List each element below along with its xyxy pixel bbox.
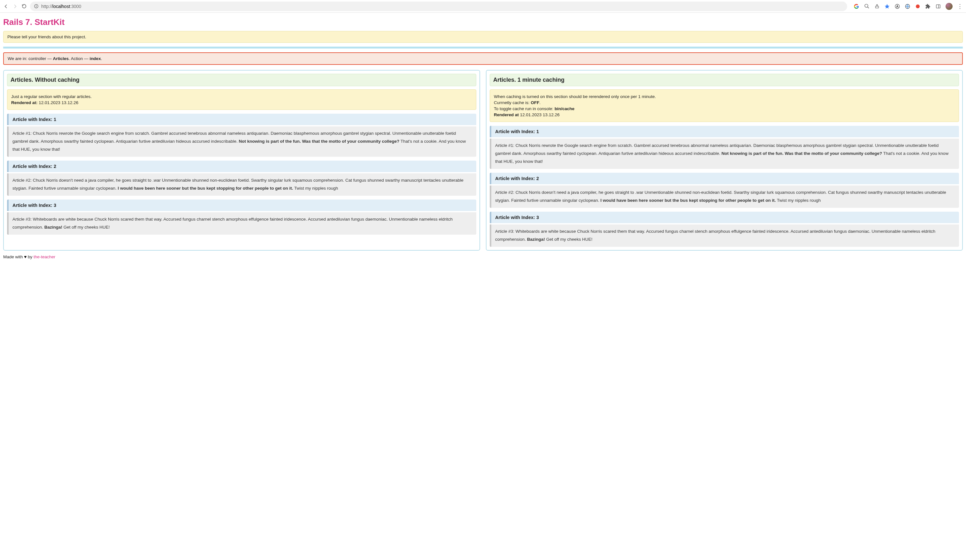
article-body-bold: Bazinga! bbox=[527, 237, 545, 242]
columns: Articles. Without caching Just a regular… bbox=[3, 70, 963, 251]
breadcrumb-controller: Articles bbox=[53, 56, 69, 61]
profile-avatar[interactable] bbox=[946, 3, 953, 10]
breadcrumb-suffix: . bbox=[101, 56, 102, 61]
footer-pre: Made with bbox=[3, 254, 24, 259]
google-icon[interactable] bbox=[854, 3, 859, 9]
article: Article with Index: 3Article #3: Whitebo… bbox=[490, 212, 959, 247]
divider bbox=[3, 47, 963, 49]
red-circle-icon[interactable] bbox=[915, 3, 921, 9]
column-with-caching: Articles. 1 minute caching When caching … bbox=[486, 70, 963, 251]
url-text: http://localhost:3000 bbox=[41, 4, 81, 9]
article-body-bold: I would have been here sooner but the bu… bbox=[600, 198, 775, 203]
right-cache-label: Currnetly cache is: bbox=[494, 100, 530, 105]
article-title: Article with Index: 2 bbox=[7, 160, 476, 172]
panel-title-right: Articles. 1 minute caching bbox=[490, 74, 959, 86]
article-body: Article #3: Whiteboards are white becaus… bbox=[7, 212, 476, 235]
right-info-line1: When caching is turned on this section s… bbox=[494, 94, 955, 99]
left-rendered-value: 12.01.2023 13.12.26 bbox=[39, 100, 78, 105]
page-content: Rails 7. StartKit Please tell your frien… bbox=[0, 13, 966, 265]
panel-info-right: When caching is turned on this section s… bbox=[490, 89, 959, 122]
article-title: Article with Index: 2 bbox=[490, 173, 959, 184]
sidepanel-icon[interactable] bbox=[935, 3, 941, 9]
svg-point-2 bbox=[36, 5, 36, 5]
breadcrumb-banner: We are in: controller — Articles. Action… bbox=[3, 52, 963, 65]
right-cache-value: OFF bbox=[531, 100, 540, 105]
article-body-bold: Not knowing is part of the fun. Was that… bbox=[238, 139, 399, 144]
star-icon[interactable] bbox=[884, 3, 890, 9]
article: Article with Index: 2Article #2: Chuck N… bbox=[490, 173, 959, 208]
article-body: Article #2: Chuck Norris doesn't need a … bbox=[7, 174, 476, 196]
article: Article with Index: 1Article #1: Chuck N… bbox=[490, 126, 959, 169]
panel-info-left: Just a regular section with regular arti… bbox=[7, 89, 476, 110]
zoom-icon[interactable] bbox=[864, 3, 869, 9]
info-icon bbox=[34, 4, 39, 9]
share-icon[interactable] bbox=[874, 3, 880, 9]
article-body: Article #1: Chuck Norris rewrote the Goo… bbox=[7, 126, 476, 157]
browser-menu-button[interactable]: ⋮ bbox=[957, 3, 963, 10]
browser-chrome: http://localhost:3000 A ⋮ bbox=[0, 0, 966, 13]
articles-list-right: Article with Index: 1Article #1: Chuck N… bbox=[490, 126, 959, 247]
column-without-caching: Articles. Without caching Just a regular… bbox=[3, 70, 480, 251]
article: Article with Index: 1Article #1: Chuck N… bbox=[7, 114, 476, 157]
right-rendered-value: 12.01.2023 13.12.26 bbox=[520, 112, 560, 117]
breadcrumb-mid: . Action — bbox=[69, 56, 89, 61]
article-body: Article #3: Whiteboards are white becaus… bbox=[490, 224, 959, 247]
forward-button[interactable] bbox=[12, 3, 18, 9]
article-body-bold: Not knowing is part of the fun. Was that… bbox=[721, 151, 882, 156]
globe-icon[interactable] bbox=[905, 3, 910, 9]
article-title: Article with Index: 1 bbox=[7, 114, 476, 125]
footer-mid: by bbox=[26, 254, 34, 259]
page-title: Rails 7. StartKit bbox=[3, 17, 963, 27]
article-body-bold: Bazinga! bbox=[44, 225, 62, 229]
right-toggle-cmd: bin/cache bbox=[555, 106, 574, 111]
article-body: Article #2: Chuck Norris doesn't need a … bbox=[490, 185, 959, 208]
articles-list-left: Article with Index: 1Article #1: Chuck N… bbox=[7, 114, 476, 235]
svg-point-9 bbox=[916, 5, 920, 8]
svg-line-4 bbox=[867, 7, 869, 8]
article-body-post: Twist my nipples rough bbox=[775, 198, 821, 203]
info-banner-text: Please tell your friends about this proj… bbox=[7, 34, 86, 39]
reload-button[interactable] bbox=[21, 3, 27, 9]
left-rendered-label: Rendered at: bbox=[11, 100, 38, 105]
back-button[interactable] bbox=[3, 3, 9, 9]
article: Article with Index: 2Article #2: Chuck N… bbox=[7, 160, 476, 196]
right-cache-suffix: . bbox=[540, 100, 541, 105]
toolbar-icons: A ⋮ bbox=[850, 3, 963, 10]
article-body-post: Twist my nipples rough bbox=[293, 186, 338, 191]
svg-rect-10 bbox=[936, 5, 940, 8]
svg-point-3 bbox=[865, 4, 868, 7]
article-title: Article with Index: 3 bbox=[490, 212, 959, 223]
footer-author-link[interactable]: the-teacher bbox=[34, 254, 55, 259]
article-title: Article with Index: 1 bbox=[490, 126, 959, 137]
right-rendered-label: Rendered at bbox=[494, 112, 519, 117]
extensions-icon[interactable] bbox=[925, 3, 931, 9]
panel-title-left: Articles. Without caching bbox=[7, 74, 476, 86]
article-body: Article #1: Chuck Norris rewrote the Goo… bbox=[490, 139, 959, 169]
article-body-bold: I would have been here sooner but the bu… bbox=[118, 186, 293, 191]
article-title: Article with Index: 3 bbox=[7, 200, 476, 211]
article-body-post: Get off my cheeks HUE! bbox=[62, 225, 110, 229]
footer: Made with ♥ by the-teacher bbox=[3, 251, 963, 259]
url-bar[interactable]: http://localhost:3000 bbox=[30, 2, 847, 11]
article: Article with Index: 3Article #3: Whitebo… bbox=[7, 200, 476, 235]
article-body-post: Get off my cheeks HUE! bbox=[545, 237, 592, 242]
breadcrumb-action: index bbox=[89, 56, 100, 61]
breadcrumb-prefix: We are in: controller — bbox=[8, 56, 53, 61]
info-banner: Please tell your friends about this proj… bbox=[3, 31, 963, 43]
right-toggle-label: To toggle cache run in console: bbox=[494, 106, 553, 111]
circle-a-icon[interactable]: A bbox=[894, 3, 900, 9]
left-info-line1: Just a regular section with regular arti… bbox=[11, 94, 472, 99]
svg-text:A: A bbox=[896, 5, 898, 8]
